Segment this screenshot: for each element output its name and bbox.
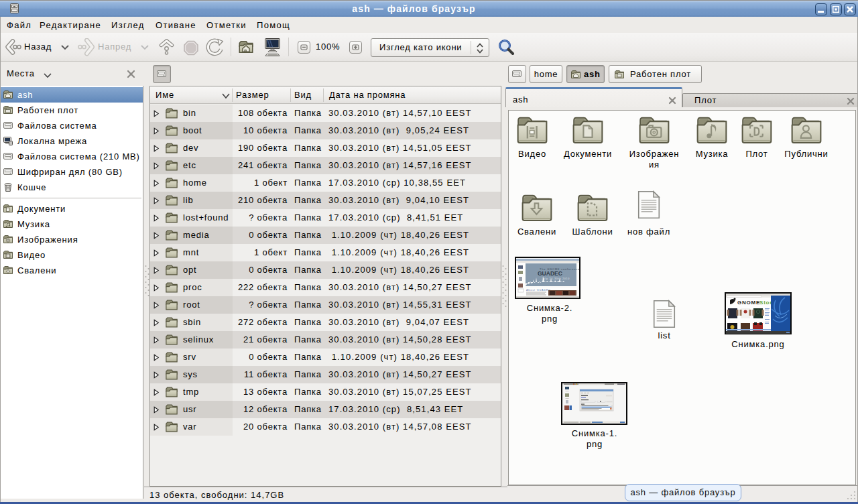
svg-text:GNOME: GNOME <box>737 300 760 306</box>
svg-text:About GUADEC: About GUADEC <box>526 289 551 292</box>
svg-text:GUADEC: GUADEC <box>538 270 562 277</box>
svg-text:July 24-30th 2010: July 24-30th 2010 <box>542 277 570 280</box>
